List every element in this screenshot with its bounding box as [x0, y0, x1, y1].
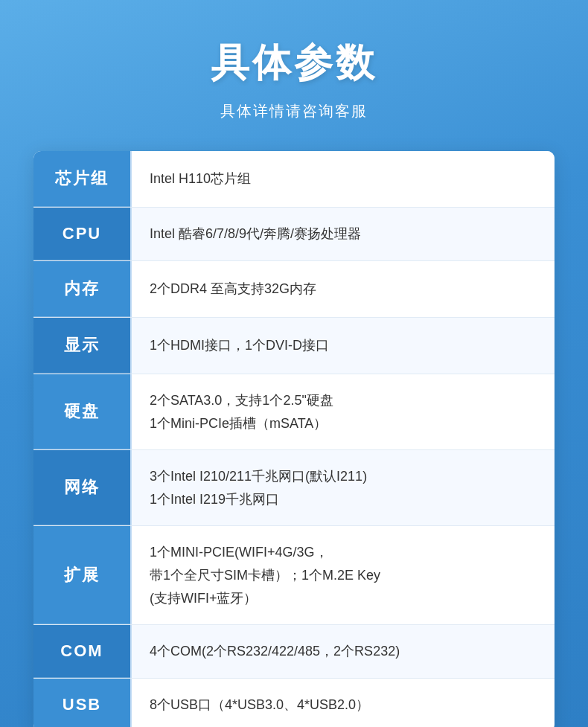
table-row: 网络3个Intel I210/211千兆网口(默认I211) 1个Intel I…: [33, 450, 555, 526]
table-row: 硬盘2个SATA3.0，支持1个2.5"硬盘 1个Mini-PCIe插槽（mSA…: [33, 374, 555, 450]
cell-label: CPU: [33, 208, 130, 260]
cell-value: 1个MINI-PCIE(WIFI+4G/3G， 带1个全尺寸SIM卡槽）；1个M…: [130, 526, 555, 624]
table-row: 内存2个DDR4 至高支持32G内存: [33, 261, 555, 318]
cell-label: 扩展: [33, 526, 130, 624]
cell-value: Intel H110芯片组: [130, 151, 555, 207]
table-row: USB8个USB口（4*USB3.0、4*USB2.0）: [33, 679, 555, 727]
specs-table: 芯片组Intel H110芯片组CPUIntel 酷睿6/7/8/9代/奔腾/赛…: [33, 151, 555, 727]
table-row: COM4个COM(2个RS232/422/485，2个RS232): [33, 625, 555, 679]
cell-label: COM: [33, 625, 130, 678]
table-row: CPUIntel 酷睿6/7/8/9代/奔腾/赛扬处理器: [33, 208, 555, 261]
cell-value: 4个COM(2个RS232/422/485，2个RS232): [130, 625, 555, 678]
cell-value: 1个HDMI接口，1个DVI-D接口: [130, 318, 555, 374]
table-row: 显示1个HDMI接口，1个DVI-D接口: [33, 318, 555, 374]
cell-value: 2个DDR4 至高支持32G内存: [130, 261, 555, 317]
table-row: 扩展1个MINI-PCIE(WIFI+4G/3G， 带1个全尺寸SIM卡槽）；1…: [33, 526, 555, 625]
table-row: 芯片组Intel H110芯片组: [33, 151, 555, 208]
cell-value: Intel 酷睿6/7/8/9代/奔腾/赛扬处理器: [130, 208, 555, 260]
cell-label: 网络: [33, 450, 130, 525]
page-title: 具体参数: [211, 37, 377, 89]
cell-value: 8个USB口（4*USB3.0、4*USB2.0）: [130, 679, 555, 727]
page-subtitle: 具体详情请咨询客服: [220, 101, 368, 121]
cell-label: 内存: [33, 261, 130, 317]
cell-value: 3个Intel I210/211千兆网口(默认I211) 1个Intel I21…: [130, 450, 555, 525]
cell-label: 显示: [33, 318, 130, 374]
cell-label: 硬盘: [33, 374, 130, 449]
cell-label: USB: [33, 679, 130, 727]
cell-value: 2个SATA3.0，支持1个2.5"硬盘 1个Mini-PCIe插槽（mSATA…: [130, 374, 555, 449]
cell-label: 芯片组: [33, 151, 130, 207]
